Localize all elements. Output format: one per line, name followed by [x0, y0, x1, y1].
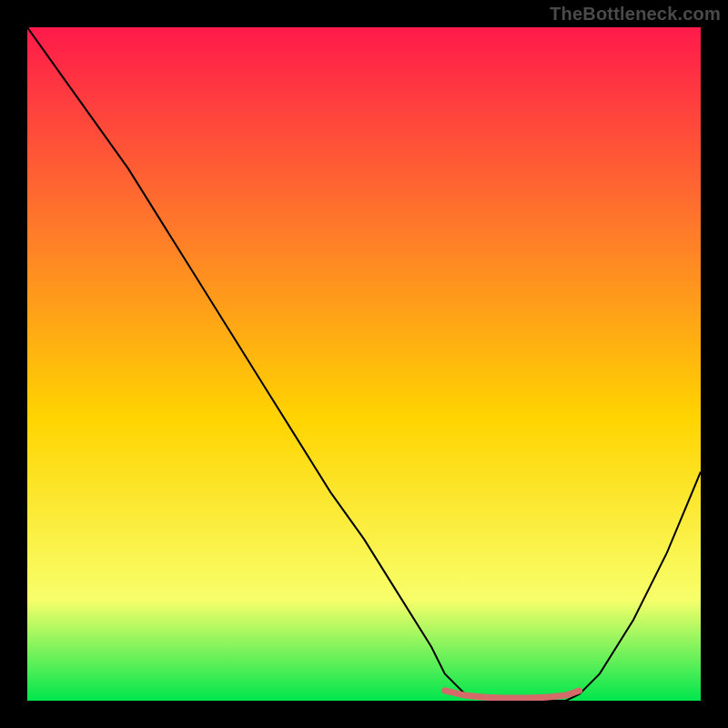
watermark-text: TheBottleneck.com — [550, 4, 721, 25]
gradient-background — [27, 27, 701, 701]
bottleneck-chart — [27, 27, 701, 701]
chart-container: TheBottleneck.com — [0, 0, 728, 728]
